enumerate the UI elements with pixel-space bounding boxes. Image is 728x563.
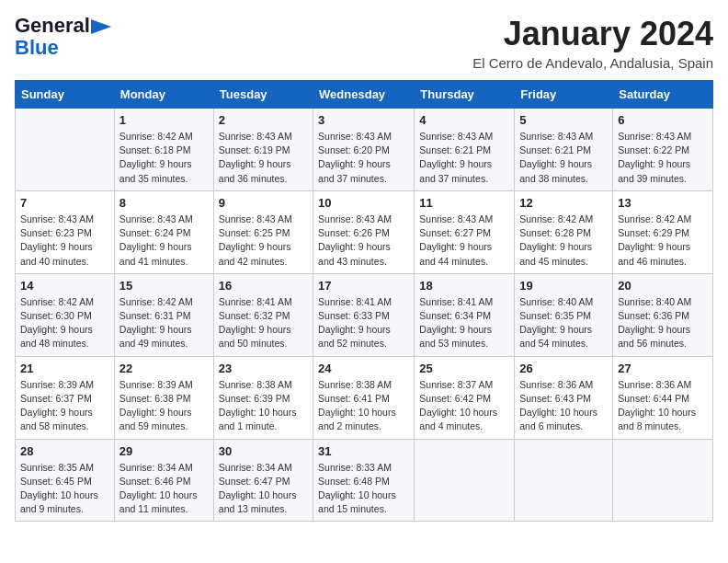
day-info: Sunrise: 8:42 AM Sunset: 6:30 PM Dayligh… — [20, 295, 109, 351]
calendar-cell: 31Sunrise: 8:33 AM Sunset: 6:48 PM Dayli… — [313, 439, 415, 522]
calendar-cell — [415, 439, 515, 522]
day-info: Sunrise: 8:43 AM Sunset: 6:20 PM Dayligh… — [318, 130, 409, 186]
day-info: Sunrise: 8:43 AM Sunset: 6:27 PM Dayligh… — [419, 213, 509, 269]
day-info: Sunrise: 8:43 AM Sunset: 6:23 PM Dayligh… — [20, 213, 109, 269]
dow-header-friday: Friday — [515, 81, 613, 109]
day-info: Sunrise: 8:34 AM Sunset: 6:47 PM Dayligh… — [219, 461, 308, 517]
week-row-3: 14Sunrise: 8:42 AM Sunset: 6:30 PM Dayli… — [16, 273, 713, 356]
day-info: Sunrise: 8:38 AM Sunset: 6:39 PM Dayligh… — [219, 378, 308, 434]
calendar-cell: 15Sunrise: 8:42 AM Sunset: 6:31 PM Dayli… — [114, 273, 213, 356]
day-number: 6 — [618, 113, 708, 127]
day-info: Sunrise: 8:43 AM Sunset: 6:22 PM Dayligh… — [618, 130, 708, 186]
day-number: 7 — [20, 196, 109, 210]
calendar-cell: 12Sunrise: 8:42 AM Sunset: 6:28 PM Dayli… — [515, 190, 613, 273]
day-number: 10 — [318, 196, 409, 210]
day-info: Sunrise: 8:40 AM Sunset: 6:35 PM Dayligh… — [519, 295, 608, 351]
day-info: Sunrise: 8:35 AM Sunset: 6:45 PM Dayligh… — [20, 461, 109, 517]
day-info: Sunrise: 8:43 AM Sunset: 6:25 PM Dayligh… — [219, 213, 308, 269]
day-info: Sunrise: 8:41 AM Sunset: 6:33 PM Dayligh… — [318, 295, 409, 351]
calendar-cell: 10Sunrise: 8:43 AM Sunset: 6:26 PM Dayli… — [313, 190, 415, 273]
dow-header-saturday: Saturday — [613, 81, 713, 109]
dow-header-sunday: Sunday — [16, 81, 115, 109]
calendar-cell — [613, 439, 713, 522]
day-number: 24 — [318, 362, 409, 375]
day-info: Sunrise: 8:38 AM Sunset: 6:41 PM Dayligh… — [318, 378, 409, 434]
day-info: Sunrise: 8:36 AM Sunset: 6:43 PM Dayligh… — [519, 378, 608, 434]
day-info: Sunrise: 8:43 AM Sunset: 6:19 PM Dayligh… — [219, 130, 308, 186]
day-number: 28 — [20, 444, 109, 458]
title-block: January 2024 El Cerro de Andevalo, Andal… — [472, 15, 713, 71]
days-of-week-row: SundayMondayTuesdayWednesdayThursdayFrid… — [16, 81, 713, 109]
day-number: 30 — [219, 444, 308, 458]
calendar-cell: 11Sunrise: 8:43 AM Sunset: 6:27 PM Dayli… — [415, 190, 515, 273]
day-info: Sunrise: 8:43 AM Sunset: 6:21 PM Dayligh… — [419, 130, 509, 186]
logo: General Blue — [15, 15, 111, 59]
day-info: Sunrise: 8:43 AM Sunset: 6:26 PM Dayligh… — [318, 213, 409, 269]
day-number: 16 — [219, 279, 308, 293]
calendar-cell: 28Sunrise: 8:35 AM Sunset: 6:45 PM Dayli… — [16, 439, 115, 522]
calendar-cell: 7Sunrise: 8:43 AM Sunset: 6:23 PM Daylig… — [16, 190, 115, 273]
dow-header-thursday: Thursday — [415, 81, 515, 109]
calendar-table: SundayMondayTuesdayWednesdayThursdayFrid… — [15, 80, 713, 522]
calendar-cell — [515, 439, 613, 522]
day-number: 14 — [20, 279, 109, 293]
logo-icon — [91, 19, 111, 34]
day-info: Sunrise: 8:36 AM Sunset: 6:44 PM Dayligh… — [618, 378, 708, 434]
logo-general: General — [15, 15, 90, 37]
calendar-cell: 17Sunrise: 8:41 AM Sunset: 6:33 PM Dayli… — [313, 273, 415, 356]
day-number: 3 — [318, 113, 409, 127]
calendar-cell: 22Sunrise: 8:39 AM Sunset: 6:38 PM Dayli… — [114, 356, 213, 439]
calendar-cell: 20Sunrise: 8:40 AM Sunset: 6:36 PM Dayli… — [613, 273, 713, 356]
day-number: 29 — [119, 444, 209, 458]
day-number: 23 — [219, 362, 308, 375]
day-info: Sunrise: 8:39 AM Sunset: 6:37 PM Dayligh… — [20, 378, 109, 434]
day-number: 18 — [419, 279, 509, 293]
calendar-cell: 6Sunrise: 8:43 AM Sunset: 6:22 PM Daylig… — [613, 109, 713, 191]
day-info: Sunrise: 8:34 AM Sunset: 6:46 PM Dayligh… — [119, 461, 209, 517]
day-info: Sunrise: 8:40 AM Sunset: 6:36 PM Dayligh… — [618, 295, 708, 351]
calendar-cell: 5Sunrise: 8:43 AM Sunset: 6:21 PM Daylig… — [515, 109, 613, 191]
day-info: Sunrise: 8:41 AM Sunset: 6:34 PM Dayligh… — [419, 295, 509, 351]
calendar-cell: 23Sunrise: 8:38 AM Sunset: 6:39 PM Dayli… — [213, 356, 313, 439]
day-info: Sunrise: 8:43 AM Sunset: 6:24 PM Dayligh… — [119, 213, 209, 269]
calendar-cell: 4Sunrise: 8:43 AM Sunset: 6:21 PM Daylig… — [415, 109, 515, 191]
calendar-cell: 18Sunrise: 8:41 AM Sunset: 6:34 PM Dayli… — [415, 273, 515, 356]
day-number: 26 — [519, 362, 608, 375]
svg-marker-0 — [91, 19, 111, 34]
dow-header-tuesday: Tuesday — [213, 81, 313, 109]
calendar-cell: 16Sunrise: 8:41 AM Sunset: 6:32 PM Dayli… — [213, 273, 313, 356]
day-number: 15 — [119, 279, 209, 293]
day-info: Sunrise: 8:42 AM Sunset: 6:28 PM Dayligh… — [519, 213, 608, 269]
calendar-cell — [16, 109, 115, 191]
day-info: Sunrise: 8:37 AM Sunset: 6:42 PM Dayligh… — [419, 378, 509, 434]
day-number: 5 — [519, 113, 608, 127]
day-number: 17 — [318, 279, 409, 293]
calendar-cell: 21Sunrise: 8:39 AM Sunset: 6:37 PM Dayli… — [16, 356, 115, 439]
day-number: 19 — [519, 279, 608, 293]
day-number: 2 — [219, 113, 308, 127]
calendar-body: 1Sunrise: 8:42 AM Sunset: 6:18 PM Daylig… — [16, 109, 713, 522]
calendar-cell: 1Sunrise: 8:42 AM Sunset: 6:18 PM Daylig… — [114, 109, 213, 191]
week-row-4: 21Sunrise: 8:39 AM Sunset: 6:37 PM Dayli… — [16, 356, 713, 439]
calendar-cell: 8Sunrise: 8:43 AM Sunset: 6:24 PM Daylig… — [114, 190, 213, 273]
day-number: 4 — [419, 113, 509, 127]
week-row-2: 7Sunrise: 8:43 AM Sunset: 6:23 PM Daylig… — [16, 190, 713, 273]
day-number: 13 — [618, 196, 708, 210]
day-info: Sunrise: 8:43 AM Sunset: 6:21 PM Dayligh… — [519, 130, 608, 186]
day-number: 21 — [20, 362, 109, 375]
calendar-cell: 9Sunrise: 8:43 AM Sunset: 6:25 PM Daylig… — [213, 190, 313, 273]
day-number: 8 — [119, 196, 209, 210]
calendar-cell: 24Sunrise: 8:38 AM Sunset: 6:41 PM Dayli… — [313, 356, 415, 439]
day-number: 25 — [419, 362, 509, 375]
day-number: 27 — [618, 362, 708, 375]
calendar-cell: 3Sunrise: 8:43 AM Sunset: 6:20 PM Daylig… — [313, 109, 415, 191]
calendar-cell: 29Sunrise: 8:34 AM Sunset: 6:46 PM Dayli… — [114, 439, 213, 522]
day-number: 20 — [618, 279, 708, 293]
day-info: Sunrise: 8:42 AM Sunset: 6:18 PM Dayligh… — [119, 130, 209, 186]
month-title: January 2024 — [472, 15, 713, 53]
day-info: Sunrise: 8:41 AM Sunset: 6:32 PM Dayligh… — [219, 295, 308, 351]
calendar-cell: 14Sunrise: 8:42 AM Sunset: 6:30 PM Dayli… — [16, 273, 115, 356]
day-number: 22 — [119, 362, 209, 375]
page-header: General Blue January 2024 El Cerro de An… — [15, 15, 713, 71]
logo-blue: Blue — [15, 37, 59, 59]
